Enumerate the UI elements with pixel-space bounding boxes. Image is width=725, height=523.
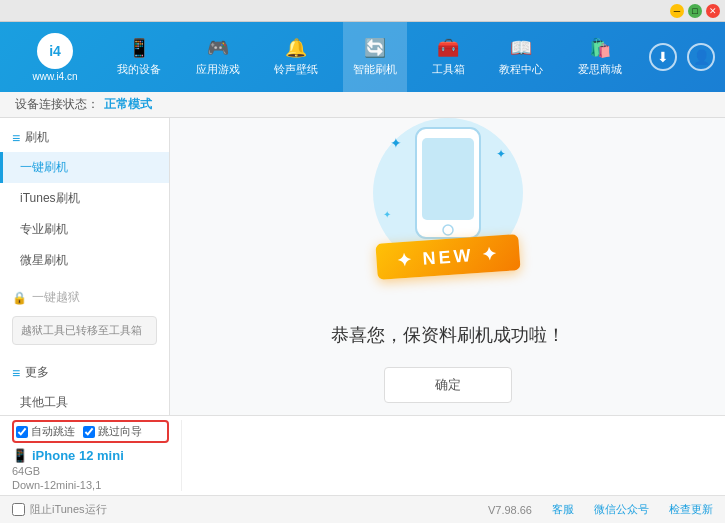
success-message: 恭喜您，保资料刷机成功啦！ bbox=[331, 323, 565, 347]
nav-toolbox-label: 工具箱 bbox=[432, 62, 465, 77]
sidebar-item-micro-flash[interactable]: 微星刷机 bbox=[0, 245, 169, 276]
flash-group-icon: ≡ bbox=[12, 130, 20, 146]
status-bar: 设备连接状态： 正常模式 bbox=[0, 92, 725, 118]
skip-wizard-label: 跳过向导 bbox=[98, 424, 142, 439]
nav-tutorials-label: 教程中心 bbox=[499, 62, 543, 77]
app-container: i4 www.i4.cn 📱 我的设备 🎮 应用游戏 🔔 铃声壁纸 🔄 智能刷机 bbox=[0, 22, 725, 523]
svg-text:✦: ✦ bbox=[383, 209, 391, 220]
shop-icon: 🛍️ bbox=[589, 37, 611, 59]
center-content: ✦ ✦ ✦ ✦ NEW ✦ 恭喜您，保资料刷机成功啦！ 确定 查看日志 bbox=[170, 118, 725, 415]
bottom-left: 自动跳连 跳过向导 📱 iPhone 12 mini 64GB Down-12m… bbox=[12, 420, 182, 491]
sidebar-item-itunes-flash[interactable]: iTunes刷机 bbox=[0, 183, 169, 214]
pro-flash-label: 专业刷机 bbox=[20, 221, 68, 238]
footer-right: V7.98.66 客服 微信公众号 检查更新 bbox=[488, 502, 713, 517]
device-info: 📱 iPhone 12 mini 64GB Down-12mini-13,1 bbox=[12, 448, 169, 491]
title-bar: ─ □ ✕ bbox=[0, 0, 725, 22]
micro-flash-label: 微星刷机 bbox=[20, 252, 68, 269]
auto-connect-label: 自动跳连 bbox=[31, 424, 75, 439]
download-button[interactable]: ⬇ bbox=[649, 43, 677, 71]
svg-rect-2 bbox=[422, 138, 474, 220]
nav-shop[interactable]: 🛍️ 爱思商城 bbox=[568, 22, 632, 92]
other-tools-label: 其他工具 bbox=[20, 394, 68, 411]
nav-apps-games-label: 应用游戏 bbox=[196, 62, 240, 77]
bottom-bar: 自动跳连 跳过向导 📱 iPhone 12 mini 64GB Down-12m… bbox=[0, 415, 725, 495]
block-itunes-checkbox[interactable] bbox=[12, 503, 25, 516]
footer-left: 阻止iTunes运行 bbox=[12, 502, 107, 517]
nav-smart-flash-label: 智能刷机 bbox=[353, 62, 397, 77]
skip-wizard-checkbox[interactable] bbox=[83, 426, 95, 438]
jailbreak-label: 一键越狱 bbox=[32, 289, 80, 306]
toolbox-icon: 🧰 bbox=[437, 37, 459, 59]
success-illustration: ✦ ✦ ✦ ✦ NEW ✦ bbox=[348, 118, 548, 303]
nav-smart-flash[interactable]: 🔄 智能刷机 bbox=[343, 22, 407, 92]
version-label: V7.98.66 bbox=[488, 504, 532, 516]
header: i4 www.i4.cn 📱 我的设备 🎮 应用游戏 🔔 铃声壁纸 🔄 智能刷机 bbox=[0, 22, 725, 92]
confirm-button[interactable]: 确定 bbox=[384, 367, 512, 403]
update-link[interactable]: 检查更新 bbox=[669, 502, 713, 517]
customer-service-link[interactable]: 客服 bbox=[552, 502, 574, 517]
logo-circle: i4 bbox=[37, 33, 73, 69]
logo-letter: i4 bbox=[49, 43, 61, 59]
nav-my-device-label: 我的设备 bbox=[117, 62, 161, 77]
checkbox-group: 自动跳连 跳过向导 bbox=[12, 420, 169, 443]
status-label: 设备连接状态： bbox=[15, 96, 99, 113]
ringtones-icon: 🔔 bbox=[285, 37, 307, 59]
sidebar-item-other-tools[interactable]: 其他工具 bbox=[0, 387, 169, 415]
device-name: 📱 iPhone 12 mini bbox=[12, 448, 169, 463]
sidebar-group-more: ≡ 更多 bbox=[0, 358, 169, 387]
nav-apps-games[interactable]: 🎮 应用游戏 bbox=[186, 22, 250, 92]
sidebar-group-flash: ≡ 刷机 bbox=[0, 123, 169, 152]
close-button[interactable]: ✕ bbox=[706, 4, 720, 18]
tutorials-icon: 📖 bbox=[510, 37, 532, 59]
logo-area: i4 www.i4.cn bbox=[10, 33, 100, 82]
phone-small-icon: 📱 bbox=[12, 448, 28, 463]
nav-right: ⬇ 👤 bbox=[649, 43, 715, 71]
status-value: 正常模式 bbox=[104, 96, 152, 113]
maximize-button[interactable]: □ bbox=[688, 4, 702, 18]
apps-games-icon: 🎮 bbox=[207, 37, 229, 59]
skip-wizard-checkbox-label[interactable]: 跳过向导 bbox=[83, 424, 142, 439]
logo-text: www.i4.cn bbox=[32, 71, 77, 82]
sidebar-item-pro-flash[interactable]: 专业刷机 bbox=[0, 214, 169, 245]
device-model: Down-12mini-13,1 bbox=[12, 479, 169, 491]
notice-text: 越狱工具已转移至工具箱 bbox=[21, 324, 142, 336]
auto-connect-checkbox-label[interactable]: 自动跳连 bbox=[16, 424, 75, 439]
sidebar-item-one-click-flash[interactable]: 一键刷机 bbox=[0, 152, 169, 183]
block-itunes-label: 阻止iTunes运行 bbox=[30, 502, 107, 517]
nav-my-device[interactable]: 📱 我的设备 bbox=[107, 22, 171, 92]
jailbreak-notice: 越狱工具已转移至工具箱 bbox=[12, 316, 157, 345]
flash-group-label: 刷机 bbox=[25, 129, 49, 146]
nav-tutorials[interactable]: 📖 教程中心 bbox=[489, 22, 553, 92]
itunes-flash-label: iTunes刷机 bbox=[20, 190, 80, 207]
nav-toolbox[interactable]: 🧰 工具箱 bbox=[422, 22, 475, 92]
svg-text:✦: ✦ bbox=[496, 147, 506, 161]
auto-connect-checkbox[interactable] bbox=[16, 426, 28, 438]
nav-ringtones-label: 铃声壁纸 bbox=[274, 62, 318, 77]
bottom-footer: 阻止iTunes运行 V7.98.66 客服 微信公众号 检查更新 bbox=[0, 495, 725, 523]
nav-ringtones[interactable]: 🔔 铃声壁纸 bbox=[264, 22, 328, 92]
lock-icon: 🔒 bbox=[12, 291, 27, 305]
svg-text:✦: ✦ bbox=[390, 135, 402, 151]
main-content: ≡ 刷机 一键刷机 iTunes刷机 专业刷机 微星刷机 🔒 一键越狱 bbox=[0, 118, 725, 415]
device-storage: 64GB bbox=[12, 465, 169, 477]
more-group-label: 更多 bbox=[25, 364, 49, 381]
window-controls: ─ □ ✕ bbox=[670, 4, 720, 18]
checkbox-row: 自动跳连 跳过向导 bbox=[16, 424, 165, 439]
sidebar-group-jailbreak: 🔒 一键越狱 bbox=[0, 284, 169, 311]
smart-flash-icon: 🔄 bbox=[364, 37, 386, 59]
nav-items: 📱 我的设备 🎮 应用游戏 🔔 铃声壁纸 🔄 智能刷机 🧰 工具箱 📖 bbox=[100, 22, 639, 92]
one-click-flash-label: 一键刷机 bbox=[20, 159, 68, 176]
minimize-button[interactable]: ─ bbox=[670, 4, 684, 18]
wechat-link[interactable]: 微信公众号 bbox=[594, 502, 649, 517]
new-badge-text: ✦ NEW ✦ bbox=[395, 243, 499, 270]
sidebar: ≡ 刷机 一键刷机 iTunes刷机 专业刷机 微星刷机 🔒 一键越狱 bbox=[0, 118, 170, 415]
my-device-icon: 📱 bbox=[128, 37, 150, 59]
nav-shop-label: 爱思商城 bbox=[578, 62, 622, 77]
more-group-icon: ≡ bbox=[12, 365, 20, 381]
user-button[interactable]: 👤 bbox=[687, 43, 715, 71]
